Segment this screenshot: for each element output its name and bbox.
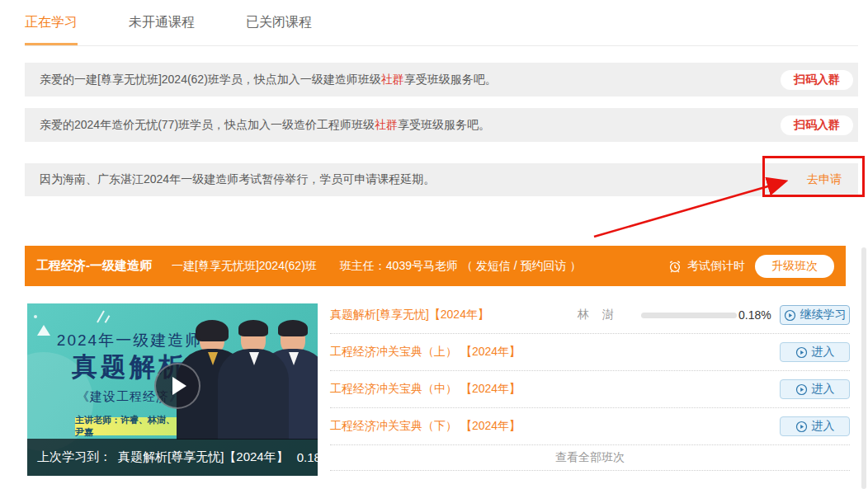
exam-countdown-link[interactable]: 考试倒计时: [687, 259, 745, 274]
class-manager: 班主任：4039号马老师: [340, 259, 458, 274]
play-button[interactable]: [154, 363, 200, 409]
course-title-link[interactable]: 工程经济冲关宝典（上） 【2024年】: [330, 345, 521, 360]
contact-options-link[interactable]: （ 发短信 / 预约回访 ）: [461, 259, 581, 274]
course-row: 真题解析[尊享无忧]【2024年】 林 澍 0.18% 继续学习: [330, 297, 850, 334]
course-row: 工程经济冲关宝典（中） 【2024年】 进入: [330, 371, 850, 408]
play-circle-icon: [784, 309, 796, 322]
notice-text: 因为海南、广东湛江2024年一级建造师考试暂停举行，学员可申请课程延期。: [40, 172, 435, 187]
upgrade-class-button[interactable]: 升级班次: [755, 255, 834, 278]
dot-decoration: [34, 315, 37, 318]
play-icon: [172, 377, 186, 395]
notice-highlight: 社群: [375, 118, 398, 131]
tab-closed[interactable]: 已关闭课程: [246, 0, 312, 45]
vertical-scrollbar[interactable]: [861, 247, 866, 489]
notice-text: 亲爱的2024年造价无忧(77)班学员，快点加入一级造价工程师班级社群享受班级服…: [40, 118, 490, 133]
course-list: 真题解析[尊享无忧]【2024年】 林 澍 0.18% 继续学习 工程经济冲关宝…: [330, 297, 850, 471]
video-thumbnail[interactable]: 2024年一级建造师 真题解析 《建设工程经济》 主讲老师：许睿、林澍、尹嘉 上…: [27, 303, 318, 476]
header-right-group: 考试倒计时 升级班次: [668, 255, 834, 278]
slash-decoration: [97, 311, 105, 323]
course-header-bar: 工程经济-一级建造师 一建[尊享无忧班]2024(62)班 班主任：4039号马…: [25, 246, 846, 286]
learning-dashboard-page: 正在学习 未开通课程 已关闭课程 亲爱的一建[尊享无忧班]2024(62)班学员…: [0, 0, 868, 489]
progress-bar: [641, 313, 737, 318]
tab-not-opened[interactable]: 未开通课程: [129, 0, 195, 45]
play-circle-icon: [795, 346, 808, 359]
play-circle-icon: [795, 383, 808, 396]
slash-decoration: [105, 315, 111, 323]
last-learned-bar: 上次学习到： 真题解析[尊享无忧]【2024年】 0.18%: [27, 439, 318, 476]
notice-highlight: 社群: [381, 73, 404, 86]
scan-qr-join-button[interactable]: 扫码入群: [781, 115, 853, 135]
tab-learning[interactable]: 正在学习: [25, 0, 78, 45]
enter-course-button[interactable]: 进入: [780, 342, 850, 362]
continue-learning-button[interactable]: 继续学习: [780, 305, 850, 325]
apply-extension-link[interactable]: 去申请: [807, 172, 842, 187]
course-row: 工程经济冲关宝典（上） 【2024年】 进入: [330, 334, 850, 371]
enter-course-button[interactable]: 进入: [780, 379, 850, 399]
alarm-clock-icon: [668, 259, 682, 274]
course-tabs: 正在学习 未开通课程 已关闭课程: [25, 0, 858, 46]
notice-text: 亲爱的一建[尊享无忧班]2024(62)班学员，快点加入一级建造师班级社群享受班…: [40, 73, 497, 87]
last-learned-course: 真题解析[尊享无忧]【2024年】: [118, 449, 289, 465]
course-title-link[interactable]: 工程经济冲关宝典（下） 【2024年】: [330, 419, 521, 434]
notice-bar-postpone: 因为海南、广东湛江2024年一级建造师考试暂停举行，学员可申请课程延期。 去申请: [25, 163, 858, 196]
teacher-name: 林 澍: [578, 308, 619, 322]
course-row: 工程经济冲关宝典（下） 【2024年】 进入: [330, 408, 850, 445]
enter-course-button[interactable]: 进入: [780, 416, 850, 436]
teacher-figure: [215, 324, 291, 440]
last-learned-progress: 0.18%: [297, 450, 318, 464]
thumbnail-teachers-band: 主讲老师：许睿、林澍、尹嘉: [75, 417, 181, 435]
course-subject-title: 工程经济-一级建造师: [36, 258, 152, 274]
notice-bar-group2: 亲爱的2024年造价无忧(77)班学员，快点加入一级造价工程师班级社群享受班级服…: [25, 108, 858, 142]
last-learned-label: 上次学习到：: [37, 449, 111, 465]
class-name: 一建[尊享无忧班]2024(62)班: [172, 259, 317, 274]
course-title-link[interactable]: 真题解析[尊享无忧]【2024年】: [330, 308, 489, 322]
course-title-link[interactable]: 工程经济冲关宝典（中） 【2024年】: [330, 382, 521, 397]
play-circle-icon: [795, 421, 808, 433]
notice-bar-group1: 亲爱的一建[尊享无忧班]2024(62)班学员，快点加入一级建造师班级社群享受班…: [25, 63, 858, 96]
progress-percent: 0.18%: [738, 308, 771, 322]
scan-qr-join-button[interactable]: 扫码入群: [781, 70, 853, 90]
view-all-classes-link[interactable]: 查看全部班次: [330, 445, 850, 471]
